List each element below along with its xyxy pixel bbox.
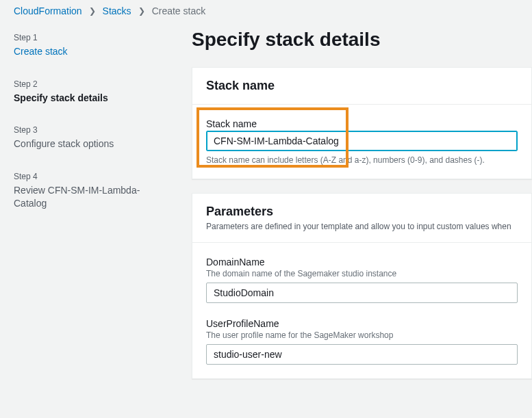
domain-name-input[interactable] [206, 283, 518, 303]
step-title: Configure stack options [14, 138, 164, 151]
step-number-label: Step 4 [14, 172, 164, 181]
user-profile-name-description: The user profile name for the SageMaker … [206, 330, 518, 340]
wizard-step-4: Step 4 Review CFN-SM-IM-Lambda-Catalog [14, 172, 164, 211]
user-profile-name-label: UserProfileName [206, 318, 518, 329]
step-number-label: Step 2 [14, 79, 164, 89]
chevron-right-icon: ❯ [89, 6, 96, 16]
stack-name-field: Stack name Stack name can include letter… [206, 118, 518, 165]
breadcrumb-cloudformation[interactable]: CloudFormation [14, 5, 82, 16]
parameters-panel: Parameters Parameters are defined in you… [192, 193, 532, 379]
main-content: Specify stack details Stack name Stack n… [178, 22, 532, 418]
panel-header: Parameters Parameters are defined in you… [192, 194, 531, 243]
panel-title: Stack name [206, 79, 518, 93]
step-number-label: Step 3 [14, 125, 164, 135]
wizard-steps-sidebar: Step 1 Create stack Step 2 Specify stack… [0, 22, 178, 418]
user-profile-name-field: UserProfileName The user profile name fo… [206, 318, 518, 365]
page-title: Specify stack details [192, 29, 532, 51]
step-title: Review CFN-SM-IM-Lambda-Catalog [14, 184, 164, 211]
domain-name-label: DomainName [206, 257, 518, 267]
wizard-step-2: Step 2 Specify stack details [14, 79, 164, 105]
step-number-label: Step 1 [14, 33, 164, 42]
wizard-step-1[interactable]: Step 1 Create stack [14, 33, 164, 59]
step-title: Specify stack details [14, 92, 164, 105]
breadcrumb-current: Create stack [152, 5, 206, 16]
stack-name-panel: Stack name Stack name Stack name can inc… [192, 67, 532, 179]
user-profile-name-input[interactable] [206, 344, 518, 365]
domain-name-description: The domain name of the Sagemaker studio … [206, 269, 518, 278]
domain-name-field: DomainName The domain name of the Sagema… [206, 257, 518, 303]
panel-header: Stack name [192, 68, 531, 105]
stack-name-input[interactable] [206, 131, 518, 151]
breadcrumb-stacks[interactable]: Stacks [103, 5, 131, 16]
step-title[interactable]: Create stack [14, 45, 164, 59]
breadcrumb: CloudFormation ❯ Stacks ❯ Create stack [0, 0, 532, 22]
stack-name-hint: Stack name can include letters (A-Z and … [206, 155, 518, 165]
panel-subtitle: Parameters are defined in your template … [206, 222, 518, 231]
stack-name-label: Stack name [206, 118, 518, 129]
chevron-right-icon: ❯ [138, 6, 145, 16]
wizard-step-3: Step 3 Configure stack options [14, 125, 164, 151]
panel-title: Parameters [206, 205, 518, 219]
